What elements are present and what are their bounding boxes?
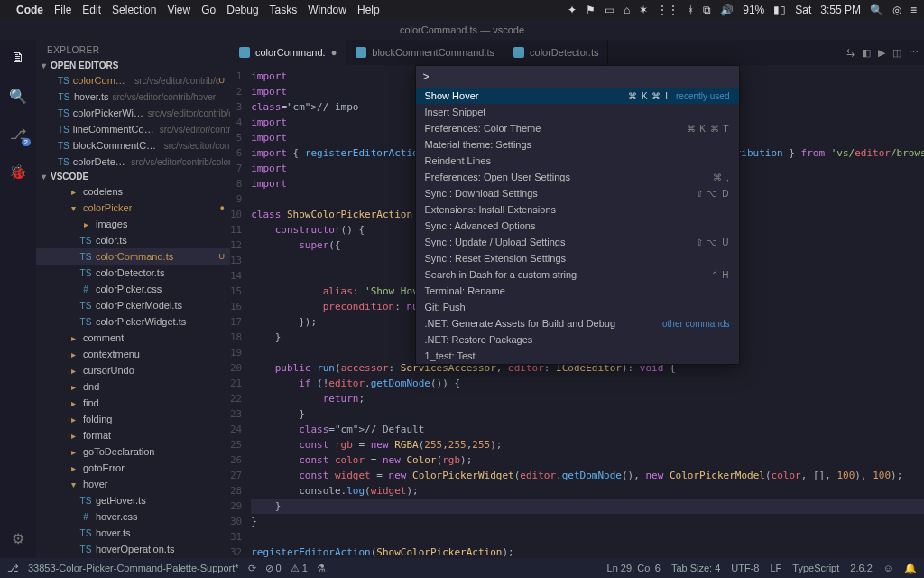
app-name[interactable]: Code <box>16 4 43 16</box>
warnings[interactable]: ⚠ 1 <box>291 563 308 574</box>
notification-icon[interactable]: ≡ <box>910 4 917 16</box>
palette-item[interactable]: .NET: Restore Packages <box>416 331 739 348</box>
language[interactable]: TypeScript <box>792 563 839 573</box>
open-editor-item[interactable]: TShover.tssrc/vs/editor/contrib/hover <box>36 89 230 105</box>
tree-folder[interactable]: ▸dnd <box>36 378 230 395</box>
tree-file[interactable]: TShoverOperation.ts <box>36 541 230 557</box>
tree-folder[interactable]: ▸find <box>36 395 230 411</box>
tree-file[interactable]: TScolorPickerModel.ts <box>36 297 230 313</box>
editor-tab[interactable]: colorDetector.ts <box>504 40 608 65</box>
branch-name[interactable]: 33853-Color-Picker-Command-Palette-Suppo… <box>28 563 239 573</box>
palette-input[interactable] <box>416 66 739 88</box>
editor-tab[interactable]: blockCommentCommand.ts <box>346 40 504 65</box>
split-icon[interactable]: ◫ <box>892 47 901 59</box>
encoding[interactable]: UTF-8 <box>731 563 759 573</box>
palette-item[interactable]: Show Hover⌘ K ⌘ Irecently used <box>416 88 739 104</box>
explorer-icon[interactable]: 🗎 <box>7 47 29 69</box>
flag-icon[interactable]: ⚑ <box>586 4 596 16</box>
menu-view[interactable]: View <box>167 4 190 16</box>
battery-icon[interactable]: ▮▯ <box>773 4 786 16</box>
tree-file[interactable]: #colorPicker.css <box>36 281 230 297</box>
palette-item[interactable]: Preferences: Open User Settings⌘ , <box>416 169 739 185</box>
palette-item[interactable]: Git: Push <box>416 299 739 315</box>
tree-folder[interactable]: ▸cursorUndo <box>36 362 230 378</box>
tree-folder[interactable]: ▸format <box>36 427 230 443</box>
palette-item[interactable]: Insert Snippet <box>416 104 739 120</box>
section-open-editors[interactable]: ▾OPEN EDITORS <box>36 59 230 72</box>
palette-item[interactable]: Reindent Lines <box>416 153 739 169</box>
open-editor-item[interactable]: TScolorDetector.tssrc/vs/editor/contrib/… <box>36 154 230 170</box>
tree-folder[interactable]: ▸goToDeclaration <box>36 443 230 460</box>
tab-size[interactable]: Tab Size: 4 <box>671 563 720 573</box>
tree-folder[interactable]: ▸contextmenu <box>36 346 230 362</box>
chat-icon[interactable]: ▭ <box>605 4 614 16</box>
tree-folder[interactable]: ▸codelens <box>36 183 230 200</box>
tree-folder[interactable]: ▸folding <box>36 411 230 427</box>
tree-folder[interactable]: ▸images <box>36 216 230 232</box>
tree-file[interactable]: TShoverWidgets.ts <box>36 557 230 558</box>
beaker-icon[interactable]: ⚗ <box>317 563 326 574</box>
section-vscode[interactable]: ▾VSCODE <box>36 170 230 183</box>
tree-file[interactable]: TSgetHover.ts <box>36 492 230 508</box>
open-changes-icon[interactable]: ◧ <box>862 47 871 59</box>
wifi-icon[interactable]: ⧉ <box>703 4 711 16</box>
open-editor-item[interactable]: TScolorCommand.tssrc/vs/editor/contrib/c… <box>36 72 230 89</box>
eol[interactable]: LF <box>770 563 781 573</box>
bell-icon[interactable]: 🔔 <box>904 563 917 574</box>
ln-col[interactable]: Ln 29, Col 6 <box>607 563 661 573</box>
debug-icon[interactable]: 🐞 <box>7 161 29 182</box>
palette-item[interactable]: Terminal: Rename <box>416 283 739 299</box>
run-icon[interactable]: ▶ <box>878 47 885 59</box>
spotlight-icon[interactable]: 🔍 <box>870 4 883 16</box>
palette-item[interactable]: Sync : Advanced Options <box>416 218 739 234</box>
more-icon[interactable]: ⋯ <box>909 47 919 59</box>
palette-item[interactable]: Sync : Reset Extension Settings <box>416 250 739 266</box>
menu-file[interactable]: File <box>54 4 71 16</box>
ts-version[interactable]: 2.6.2 <box>850 563 872 573</box>
palette-item[interactable]: Sync : Update / Upload Settings⇧ ⌥ U <box>416 234 739 250</box>
siri-icon[interactable]: ◎ <box>892 4 901 16</box>
menu-go[interactable]: Go <box>201 4 216 16</box>
palette-item[interactable]: Sync : Download Settings⇧ ⌥ D <box>416 185 739 201</box>
tree-file[interactable]: TScolor.ts <box>36 232 230 248</box>
palette-item[interactable]: Material theme: Settings <box>416 136 739 153</box>
palette-item[interactable]: Preferences: Color Theme⌘ K ⌘ T <box>416 120 739 136</box>
settings-icon[interactable]: ⚙ <box>7 527 29 549</box>
palette-item[interactable]: 1_test: Test <box>416 348 739 364</box>
menu-edit[interactable]: Edit <box>82 4 101 16</box>
errors[interactable]: ⊘ 0 <box>265 563 282 574</box>
palette-item[interactable]: Extensions: Install Extensions <box>416 201 739 218</box>
editor-tab[interactable]: colorCommand.● <box>230 40 346 65</box>
tree-file[interactable]: TScolorDetector.ts <box>36 265 230 281</box>
menu-debug[interactable]: Debug <box>226 4 258 16</box>
open-editor-item[interactable]: TSlineCommentCommand.tssrc/vs/editor/con… <box>36 121 230 137</box>
grid-icon[interactable]: ⋮⋮ <box>657 4 679 16</box>
tool-icon[interactable]: ⌂ <box>624 4 630 16</box>
open-editor-item[interactable]: TScolorPickerWidget.tssrc/vs/editor/cont… <box>36 105 230 121</box>
tree-file[interactable]: #hover.css <box>36 508 230 525</box>
open-editor-item[interactable]: TSblockCommentCommand.tssrc/vs/editor/co… <box>36 137 230 154</box>
tree-file[interactable]: TScolorCommand.tsU <box>36 248 230 265</box>
menu-selection[interactable]: Selection <box>112 4 156 16</box>
tree-file[interactable]: TShover.ts <box>36 525 230 541</box>
tree-folder[interactable]: ▸comment <box>36 330 230 346</box>
menu-help[interactable]: Help <box>357 4 380 16</box>
compare-icon[interactable]: ⇆ <box>846 47 855 59</box>
feedback-icon[interactable]: ☺ <box>883 563 893 573</box>
tree-folder[interactable]: ▾colorPicker● <box>36 200 230 216</box>
bluetooth-icon[interactable]: ᚼ <box>688 4 694 16</box>
menu-window[interactable]: Window <box>308 4 346 16</box>
branch-icon[interactable]: ⎇ <box>7 563 19 574</box>
volume-icon[interactable]: 🔊 <box>720 4 734 16</box>
sync-icon[interactable]: ⟳ <box>248 563 256 574</box>
scm-icon[interactable]: ⎇2 <box>7 123 29 144</box>
menu-tasks[interactable]: Tasks <box>270 4 298 16</box>
search-icon[interactable]: 🔍 <box>7 85 29 107</box>
tree-file[interactable]: TScolorPickerWidget.ts <box>36 313 230 330</box>
palette-item[interactable]: Search in Dash for a custom string⌃ H <box>416 266 739 283</box>
pin-icon[interactable]: ✶ <box>639 4 648 16</box>
tree-folder[interactable]: ▸gotoError <box>36 460 230 476</box>
twitter-icon[interactable]: ✦ <box>568 4 577 16</box>
tree-folder[interactable]: ▾hover <box>36 476 230 492</box>
palette-item[interactable]: .NET: Generate Assets for Build and Debu… <box>416 315 739 331</box>
